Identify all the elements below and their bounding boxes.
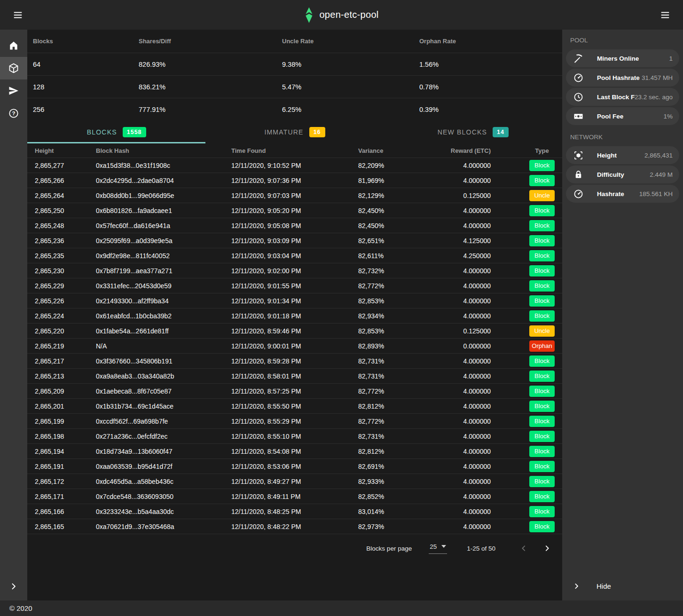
stats-cell: 6.25% — [282, 106, 419, 113]
blocks-col-header: Variance — [358, 147, 381, 154]
prev-page-button[interactable] — [517, 542, 530, 555]
block-time-cell: 12/11/2020, 8:57:25 PM — [231, 387, 358, 395]
block-type-badge: Block — [529, 175, 555, 186]
rail-collapse-button[interactable] — [0, 582, 27, 591]
rail-item-home[interactable] — [0, 34, 27, 57]
block-type-cell: Block — [491, 476, 562, 487]
page-size-select[interactable]: 25 — [429, 543, 447, 554]
block-type-cell: Block — [491, 506, 562, 517]
block-type-cell: Block — [491, 310, 562, 322]
stat-label: Miners Online — [597, 55, 639, 62]
block-type-badge: Block — [529, 355, 555, 367]
etc-logo-icon — [304, 7, 313, 23]
block-time-cell: 12/11/2020, 9:07:03 PM — [231, 192, 358, 199]
stats-cell: 826.93% — [139, 61, 282, 68]
block-table-row: 2,865,2130xa9a8eab3...03a340a82b12/11/20… — [27, 369, 562, 384]
chevron-right-icon — [9, 582, 18, 591]
block-reward-cell: 4.000000 — [381, 508, 491, 515]
network-stat-difficulty: Difficulty2.449 M — [566, 166, 679, 183]
block-height-cell: 2,865,277 — [35, 162, 96, 169]
block-time-cell: 12/11/2020, 8:55:29 PM — [231, 418, 358, 425]
stats-cell: 128 — [33, 83, 139, 91]
stats-col-header: Orphan Rate — [419, 38, 562, 45]
stats-row: 128836.21%5.47%0.78% — [27, 75, 562, 98]
block-reward-cell: 0.125000 — [381, 192, 491, 199]
block-type-badge: Block — [529, 386, 555, 397]
block-variance-cell: 82,450% — [358, 207, 381, 214]
block-type-cell: Block — [491, 205, 562, 216]
block-type-cell: Block — [491, 220, 562, 231]
tab-new-blocks[interactable]: NEW BLOCKS14 — [384, 120, 562, 143]
block-variance-cell: 82,129% — [358, 192, 381, 199]
block-variance-cell: 82,853% — [358, 327, 381, 335]
block-height-cell: 2,865,264 — [35, 192, 96, 199]
stat-label: Hashrate — [597, 190, 624, 197]
block-hash-cell: 0x7cdce548...3636093050 — [96, 493, 231, 500]
brand: open-etc-pool — [304, 0, 378, 30]
home-icon — [8, 40, 19, 51]
help-icon: ? — [8, 108, 19, 119]
menu-hamburger-left-icon[interactable] — [8, 6, 27, 24]
block-hash-cell: 0x18d734a9...13b6060f47 — [96, 448, 231, 455]
sidebar-hide-button[interactable]: Hide — [562, 582, 683, 590]
gauge-icon — [573, 72, 584, 83]
pool-panel-items: Miners Online1Pool Hashrate31.457 MHLast… — [562, 49, 683, 125]
block-hash-cell: 0xaa063539...b95d41d72f — [96, 463, 231, 470]
block-time-cell: 12/11/2020, 8:55:10 PM — [231, 433, 358, 440]
block-variance-cell: 82,731% — [358, 357, 381, 365]
block-variance-cell: 82,772% — [358, 282, 381, 290]
left-rail: ? — [0, 30, 27, 600]
next-page-button[interactable] — [541, 542, 554, 555]
block-reward-cell: 0.000000 — [381, 342, 491, 350]
block-height-cell: 2,865,248 — [35, 222, 96, 229]
blocks-per-page-label: Blocks per page — [366, 545, 412, 552]
rail-item-payments[interactable] — [0, 79, 27, 102]
block-time-cell: 12/11/2020, 8:55:50 PM — [231, 403, 358, 410]
stats-cell: 0.78% — [419, 83, 562, 91]
block-variance-cell: 82,852% — [358, 493, 381, 500]
block-variance-cell: 82,933% — [358, 478, 381, 485]
block-type-badge: Block — [529, 416, 555, 427]
block-reward-cell: 4.000000 — [381, 312, 491, 320]
menu-hamburger-right-icon[interactable] — [656, 6, 675, 24]
block-table-row: 2,865,2480x57fec60f...da616e941a12/11/20… — [27, 218, 562, 233]
rail-item-help[interactable]: ? — [0, 102, 27, 125]
tab-label: IMMATURE — [264, 128, 303, 136]
block-table-row: 2,865,1660x3233243e...b5a4aa30dc12/11/20… — [27, 504, 562, 519]
block-type-cell: Block — [491, 491, 562, 502]
stats-cell: 64 — [33, 61, 139, 68]
stat-value: 2.449 M — [650, 171, 673, 178]
block-type-badge: Block — [529, 160, 555, 171]
block-type-badge: Block — [529, 310, 555, 322]
block-type-cell: Uncle — [491, 325, 562, 337]
block-reward-cell: 0.125000 — [381, 327, 491, 335]
block-hash-cell: 0x1aebeca8...8f67c05e87 — [96, 387, 231, 395]
rail-item-blocks[interactable] — [0, 57, 27, 79]
block-reward-cell: 4.000000 — [381, 222, 491, 229]
pool-stat-pool-hashrate: Pool Hashrate31.457 MH — [566, 69, 679, 87]
block-height-cell: 2,865,171 — [35, 493, 96, 500]
block-table-row: 2,865,1940x18d734a9...13b6060f4712/11/20… — [27, 444, 562, 459]
block-type-badge: Orphan — [529, 340, 555, 352]
stats-cell: 0.39% — [419, 106, 562, 113]
stats-cell: 777.91% — [139, 106, 282, 113]
block-height-cell: 2,865,229 — [35, 282, 96, 290]
block-time-cell: 12/11/2020, 8:48:25 PM — [231, 508, 358, 515]
block-table-row: 2,865,2090x1aebeca8...8f67c05e8712/11/20… — [27, 384, 562, 399]
block-variance-cell: 82,611% — [358, 252, 381, 260]
block-table-row: 2,865,2770xa15d3f38...0e31f1908c12/11/20… — [27, 158, 562, 173]
block-height-cell: 2,865,209 — [35, 387, 96, 395]
block-hash-cell: 0x1fabe54a...2661de81ff — [96, 327, 231, 335]
stat-value: 185.561 KH — [639, 190, 673, 197]
block-reward-cell: 4.000000 — [381, 177, 491, 184]
tab-blocks[interactable]: BLOCKS1558 — [27, 120, 205, 143]
app-window: open-etc-pool — [0, 0, 683, 616]
block-table-row: 2,865,2660x2dc4295d...2dae0a870412/11/20… — [27, 173, 562, 188]
block-variance-cell: 82,812% — [358, 448, 381, 455]
block-reward-cell: 4.000000 — [381, 387, 491, 395]
network-stat-height: Height2,865,431 — [566, 146, 679, 164]
block-variance-cell: 82,973% — [358, 523, 381, 530]
block-time-cell: 12/11/2020, 8:49:27 PM — [231, 478, 358, 485]
block-reward-cell: 4.000000 — [381, 297, 491, 305]
tab-immature[interactable]: IMMATURE16 — [205, 120, 384, 143]
